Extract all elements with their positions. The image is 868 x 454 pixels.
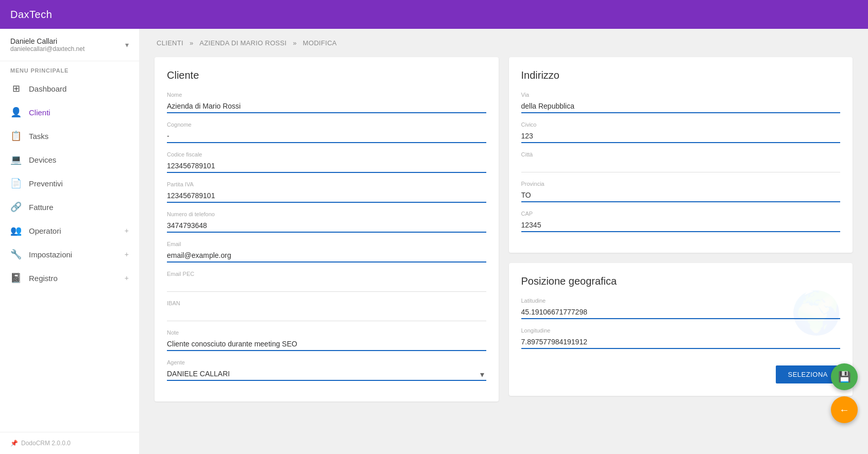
- codice-fiscale-input[interactable]: [167, 160, 486, 173]
- sidebar-item-label: Devices: [29, 155, 56, 164]
- back-icon: ←: [839, 404, 849, 416]
- chevron-down-icon: ▾: [125, 41, 129, 49]
- sidebar-item-label: Dashboard: [29, 84, 66, 93]
- sidebar-user-name: Daniele Callari: [10, 37, 84, 45]
- fab-container: 💾 ←: [831, 363, 858, 423]
- right-column: Indirizzo Via Civico Città Provinci: [509, 57, 853, 401]
- cap-label: CAP: [521, 211, 841, 217]
- sidebar-section-label: MENU PRINCIPALE: [0, 61, 139, 77]
- partita-iva-input[interactable]: [167, 189, 486, 203]
- sidebar-item-label: Impostazioni: [29, 250, 72, 259]
- geo-card: Posizione geografica 🌍 Latitudine Longit…: [509, 263, 853, 396]
- sidebar-item-label: Operatori: [29, 226, 61, 235]
- via-field: Via: [521, 92, 841, 113]
- iban-field: IBAN: [167, 300, 486, 321]
- email-pec-field: Email PEC: [167, 271, 486, 292]
- registro-icon: 📓: [10, 272, 22, 284]
- sidebar: Daniele Callari danielecallari@daxtech.n…: [0, 29, 139, 454]
- email-label: Email: [167, 241, 486, 247]
- devices-icon: 💻: [10, 154, 22, 165]
- preventivi-icon: 📄: [10, 178, 22, 189]
- provincia-field: Provincia: [521, 181, 841, 202]
- note-field: Note: [167, 329, 486, 351]
- telefono-label: Numero di telefono: [167, 211, 486, 217]
- citta-field: Città: [521, 151, 841, 172]
- sidebar-item-devices[interactable]: 💻 Devices: [0, 148, 139, 171]
- sidebar-item-dashboard[interactable]: ⊞ Dashboard: [0, 77, 139, 100]
- note-input[interactable]: [167, 338, 486, 351]
- cognome-label: Cognome: [167, 121, 486, 128]
- sidebar-user[interactable]: Daniele Callari danielecallari@daxtech.n…: [0, 29, 139, 61]
- fatture-icon: 🔗: [10, 201, 22, 213]
- back-fab-button[interactable]: ←: [831, 396, 858, 423]
- expand-icon: +: [125, 274, 129, 282]
- topbar: DaxTech: [0, 0, 868, 29]
- sidebar-footer: 📌 DodoCRM 2.0.0.0: [0, 432, 139, 454]
- citta-input[interactable]: [521, 160, 841, 172]
- partita-iva-field: Partita IVA: [167, 181, 486, 203]
- sidebar-item-tasks[interactable]: 📋 Tasks: [0, 124, 139, 148]
- sidebar-item-preventivi[interactable]: 📄 Preventivi: [0, 171, 139, 195]
- sidebar-item-operatori[interactable]: 👥 Operatori +: [0, 219, 139, 242]
- dashboard-icon: ⊞: [10, 83, 22, 94]
- indirizzo-card-title: Indirizzo: [521, 69, 841, 81]
- seleziona-btn-wrapper: SELEZIONA: [521, 357, 841, 383]
- provincia-input[interactable]: [521, 189, 841, 202]
- sidebar-item-clienti[interactable]: 👤 Clienti: [0, 100, 139, 124]
- note-label: Note: [167, 329, 486, 336]
- email-input[interactable]: [167, 249, 486, 263]
- operatori-icon: 👥: [10, 225, 22, 236]
- agente-select-wrapper: DANIELE CALLARI: [167, 368, 486, 381]
- app-title: DaxTech: [10, 9, 52, 21]
- civico-field: Civico: [521, 121, 841, 143]
- iban-label: IBAN: [167, 300, 486, 306]
- sidebar-item-label: Clienti: [29, 108, 50, 117]
- breadcrumb: CLIENTI » AZIENDA DI MARIO ROSSI » MODIF…: [155, 39, 853, 47]
- email-pec-input[interactable]: [167, 279, 486, 292]
- geo-watermark: 🌍: [791, 289, 842, 337]
- cognome-field: Cognome: [167, 121, 486, 143]
- expand-icon: +: [125, 226, 129, 235]
- email-field: Email: [167, 241, 486, 263]
- tasks-icon: 📋: [10, 130, 22, 142]
- citta-label: Città: [521, 151, 841, 158]
- cap-input[interactable]: [521, 219, 841, 232]
- sidebar-item-registro[interactable]: 📓 Registro +: [0, 266, 139, 290]
- cards-grid: Cliente Nome Cognome Codice fiscale Part…: [155, 57, 853, 401]
- sidebar-item-impostazioni[interactable]: 🔧 Impostazioni +: [0, 242, 139, 266]
- nome-input[interactable]: [167, 100, 486, 113]
- via-label: Via: [521, 92, 841, 98]
- sidebar-user-info: Daniele Callari danielecallari@daxtech.n…: [10, 37, 84, 53]
- iban-input[interactable]: [167, 308, 486, 321]
- footer-version: DodoCRM 2.0.0.0: [21, 440, 71, 447]
- via-input[interactable]: [521, 100, 841, 113]
- agente-field: Agente DANIELE CALLARI: [167, 359, 486, 381]
- sidebar-item-label: Preventivi: [29, 179, 63, 188]
- cap-field: CAP: [521, 211, 841, 232]
- civico-input[interactable]: [521, 130, 841, 143]
- sidebar-item-fatture[interactable]: 🔗 Fatture: [0, 195, 139, 219]
- codice-fiscale-label: Codice fiscale: [167, 151, 486, 158]
- breadcrumb-item-modifica: MODIFICA: [303, 39, 337, 47]
- indirizzo-card: Indirizzo Via Civico Città Provinci: [509, 57, 853, 253]
- breadcrumb-item-clienti[interactable]: CLIENTI: [157, 39, 183, 47]
- breadcrumb-separator-1: »: [190, 39, 195, 47]
- cognome-input[interactable]: [167, 130, 486, 143]
- breadcrumb-item-azienda[interactable]: AZIENDA DI MARIO ROSSI: [199, 39, 286, 47]
- expand-icon: +: [125, 250, 129, 258]
- impostazioni-icon: 🔧: [10, 249, 22, 260]
- cliente-card-title: Cliente: [167, 69, 486, 81]
- civico-label: Civico: [521, 121, 841, 128]
- sidebar-item-label: Registro: [29, 274, 58, 283]
- telefono-input[interactable]: [167, 219, 486, 233]
- nome-field: Nome: [167, 92, 486, 113]
- agente-select[interactable]: DANIELE CALLARI: [167, 368, 486, 381]
- provincia-label: Provincia: [521, 181, 841, 187]
- save-fab-button[interactable]: 💾: [831, 363, 858, 390]
- nome-label: Nome: [167, 92, 486, 98]
- save-icon: 💾: [838, 371, 851, 383]
- content-area: CLIENTI » AZIENDA DI MARIO ROSSI » MODIF…: [139, 29, 868, 454]
- codice-fiscale-field: Codice fiscale: [167, 151, 486, 173]
- longitudine-input[interactable]: [521, 336, 841, 349]
- sidebar-item-label: Fatture: [29, 203, 54, 212]
